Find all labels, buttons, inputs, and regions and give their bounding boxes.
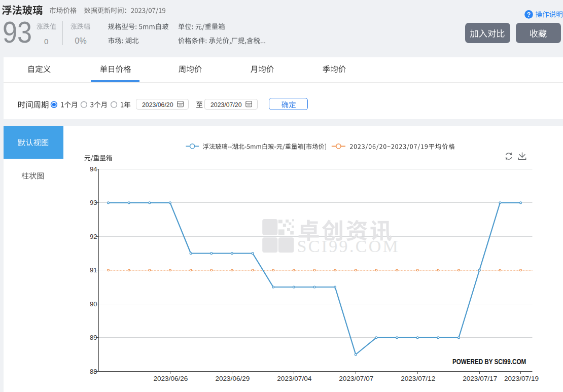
svg-text:2023/07/07: 2023/07/07 [339, 375, 373, 382]
svg-text:2023/07/04: 2023/07/04 [277, 375, 311, 382]
svg-text:91: 91 [90, 266, 97, 274]
svg-text:92: 92 [90, 233, 97, 240]
svg-text:90: 90 [90, 300, 97, 308]
svg-text:93: 93 [90, 199, 97, 206]
svg-text:89: 89 [90, 334, 97, 341]
svg-text:2023/07/17: 2023/07/17 [463, 375, 497, 382]
svg-text:2023/07/19: 2023/07/19 [504, 375, 539, 382]
svg-text:88: 88 [90, 368, 97, 375]
svg-text:2023/06/29: 2023/06/29 [215, 375, 250, 382]
svg-text:?: ? [527, 11, 531, 18]
svg-text:2023/07/12: 2023/07/12 [401, 375, 435, 382]
svg-text:2023/06/26: 2023/06/26 [153, 375, 188, 382]
svg-text:94: 94 [90, 165, 97, 173]
